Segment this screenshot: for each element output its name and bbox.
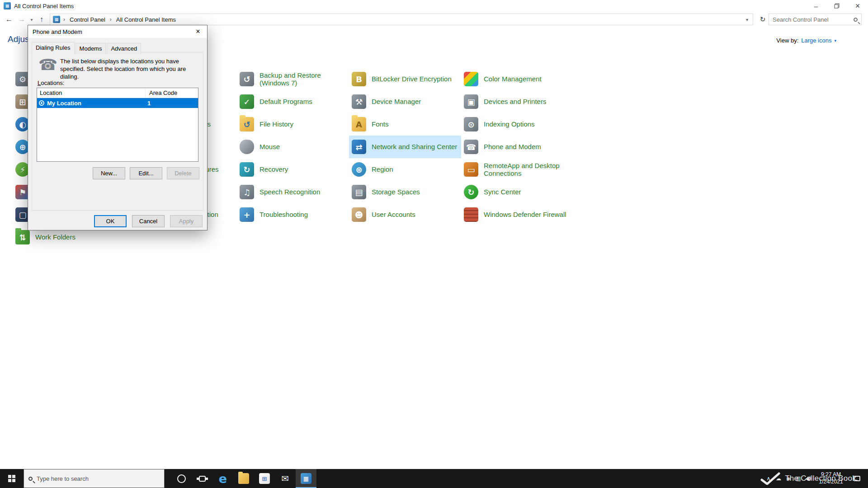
indexing-options-icon: ⊙ — [464, 117, 478, 131]
control-panel-item[interactable]: ⊛ Region — [349, 158, 461, 181]
recent-locations-dropdown[interactable]: ▾ — [28, 17, 35, 22]
control-panel-item[interactable]: ⇄ Network and Sharing Center — [349, 136, 461, 158]
control-panel-item[interactable]: ☎ Phone and Modem — [461, 136, 573, 158]
view-by-value[interactable]: Large icons — [801, 37, 831, 44]
dialog-close-button[interactable]: × — [189, 25, 207, 38]
area-code-column-header[interactable]: Area Code — [146, 88, 198, 98]
default-programs-icon: ✓ — [240, 94, 254, 109]
minimize-button[interactable]: – — [806, 0, 826, 12]
dialog-tabs: Dialing RulesModemsAdvanced — [32, 42, 142, 54]
ok-button[interactable]: OK — [94, 215, 127, 227]
breadcrumb-control-panel[interactable]: Control Panel — [68, 15, 107, 24]
title-bar: ▦ All Control Panel Items – × — [0, 0, 868, 12]
new-button[interactable]: New... — [93, 167, 125, 179]
hidden-icons-chevron[interactable]: ∧ — [764, 475, 774, 482]
control-panel-item[interactable]: ⊙ Indexing Options — [461, 113, 573, 136]
clock-time: 9:27 AM — [813, 471, 849, 479]
control-panel-item[interactable]: A Fonts — [349, 113, 461, 136]
control-panel-item[interactable]: ▣ Devices and Printers — [461, 90, 573, 113]
taskbar-control-panel-button[interactable]: ▦ — [296, 469, 316, 488]
tab-modems[interactable]: Modems — [75, 43, 106, 54]
edge-icon: e — [217, 473, 228, 484]
action-center-button[interactable] — [849, 476, 865, 481]
search-box[interactable] — [769, 14, 862, 25]
volume-icon[interactable]: ◀) — [803, 475, 813, 482]
file-explorer-icon — [238, 473, 249, 484]
storage-spaces-icon: ▤ — [352, 185, 366, 199]
speech-recognition-icon: ♫ — [240, 185, 254, 199]
control-panel-icon: ▦ — [4, 2, 11, 9]
up-button[interactable]: ↑ — [35, 15, 48, 23]
forward-button[interactable]: → — [15, 15, 28, 23]
color-management-icon — [464, 72, 478, 86]
delete-button[interactable]: Delete — [167, 167, 199, 179]
breadcrumb-all-control-panel-items[interactable]: All Control Panel Items — [115, 15, 177, 24]
taskbar-mail-button[interactable]: ✉ — [275, 469, 296, 488]
start-button[interactable] — [0, 469, 24, 488]
search-icon — [854, 18, 858, 22]
locations-list[interactable]: Location Area Code My Location1 — [37, 88, 198, 162]
apply-button[interactable]: Apply — [170, 215, 203, 227]
control-panel-item[interactable]: ↺ Backup and Restore (Windows 7) — [237, 68, 349, 90]
chevron-down-icon[interactable]: ▾ — [834, 38, 836, 43]
breadcrumb-separator-icon: › — [63, 16, 65, 23]
network-icon[interactable]: ▥ — [793, 475, 803, 482]
control-panel-item[interactable]: Mouse — [237, 136, 349, 158]
control-panel-item[interactable]: ✓ Default Programs — [237, 90, 349, 113]
fonts-icon: A — [352, 117, 366, 131]
control-panel-item[interactable]: B BitLocker Drive Encryption — [349, 68, 461, 90]
search-input[interactable] — [773, 16, 854, 23]
control-panel-item[interactable]: ♫ Speech Recognition — [237, 181, 349, 203]
back-button[interactable]: ← — [3, 15, 15, 23]
tab-advanced[interactable]: Advanced — [107, 43, 141, 54]
address-bar[interactable]: ▦ › Control Panel › All Control Panel It… — [50, 14, 753, 25]
restore-icon — [834, 3, 840, 9]
control-panel-item[interactable]: Color Management — [461, 68, 573, 90]
phone-and-modem-dialog: Phone and Modem × Dialing RulesModemsAdv… — [28, 25, 208, 230]
search-icon — [28, 477, 33, 481]
network-sharing-center-icon: ⇄ — [352, 140, 366, 154]
control-panel-item[interactable]: + Troubleshooting — [237, 203, 349, 226]
control-panel-item[interactable]: ↻ Recovery — [237, 158, 349, 181]
locations-label: Locations: — [38, 80, 64, 86]
maximize-restore-button[interactable] — [826, 0, 847, 12]
breadcrumb-separator-icon: › — [110, 16, 112, 23]
recovery-icon: ↻ — [240, 162, 254, 177]
address-dropdown-icon[interactable]: ▾ — [744, 17, 750, 22]
store-icon: ⊞ — [259, 473, 270, 484]
control-panel-item[interactable]: ⚒ Device Manager — [349, 90, 461, 113]
cancel-button[interactable]: Cancel — [132, 215, 165, 227]
mail-icon: ✉ — [280, 473, 291, 484]
tab-dialing-rules[interactable]: Dialing Rules — [32, 42, 75, 54]
control-panel-item[interactable]: ▤ Storage Spaces — [349, 181, 461, 203]
taskbar-search-box[interactable] — [24, 469, 165, 488]
location-column-header[interactable]: Location — [37, 88, 146, 98]
taskbar-file-explorer-button[interactable] — [233, 469, 254, 488]
remoteapp-icon: ▭ — [464, 162, 478, 177]
notification-icon — [854, 476, 860, 481]
edit-button[interactable]: Edit... — [130, 167, 162, 179]
device-manager-icon: ⚒ — [352, 94, 366, 109]
clock-date: 1/24/2021 — [813, 479, 849, 486]
taskbar-task-view-button[interactable] — [192, 469, 212, 488]
dialog-title-bar: Phone and Modem × — [28, 25, 207, 38]
location-row[interactable]: My Location1 — [37, 98, 198, 108]
taskbar-store-button[interactable]: ⊞ — [254, 469, 275, 488]
phone-icon: ☎ — [38, 57, 57, 72]
control-panel-item[interactable]: ▭ RemoteApp and Desktop Connections — [461, 158, 573, 181]
taskbar-clock[interactable]: 9:27 AM 1/24/2021 — [813, 471, 849, 485]
close-button[interactable]: × — [847, 0, 868, 12]
system-tray: ∧☁◈▥◀) 9:27 AM 1/24/2021 — [764, 469, 868, 488]
control-panel-item[interactable]: ↻ Sync Center — [461, 181, 573, 203]
control-panel-item[interactable]: ↺ File History — [237, 113, 349, 136]
refresh-button[interactable]: ↻ — [757, 15, 769, 23]
dialog-title: Phone and Modem — [33, 28, 189, 35]
control-panel-item[interactable]: ☻ User Accounts — [349, 203, 461, 226]
taskbar-cortana-button[interactable] — [171, 469, 192, 488]
onedrive-icon[interactable]: ☁ — [774, 475, 783, 482]
control-panel-item[interactable]: Windows Defender Firewall — [461, 203, 573, 226]
taskbar-search-input[interactable] — [37, 475, 160, 482]
taskbar-apps: e⊞✉▦ — [171, 469, 316, 488]
defender-icon[interactable]: ◈ — [783, 475, 793, 482]
taskbar-edge-button[interactable]: e — [212, 469, 233, 488]
